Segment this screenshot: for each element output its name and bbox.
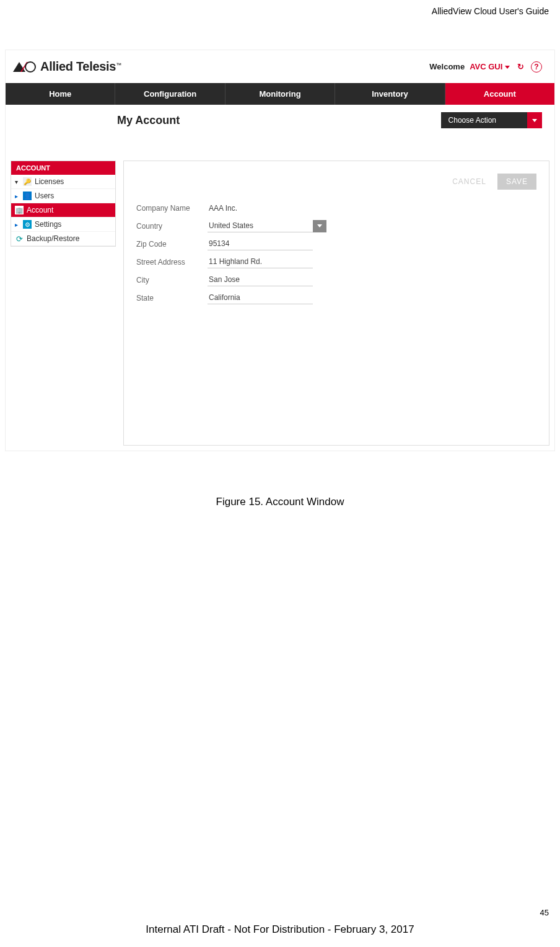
chevron-down-icon <box>317 224 322 227</box>
nav-configuration[interactable]: Configuration <box>115 83 225 105</box>
welcome-user-dropdown[interactable]: AVC GUI <box>470 62 510 71</box>
expand-icon: ▸ <box>15 193 20 200</box>
account-form: Company Name AAA Inc. Country United Sta… <box>136 202 536 304</box>
users-icon: 👤 <box>23 192 32 200</box>
choose-action-arrow <box>527 112 542 128</box>
company-name-label: Company Name <box>136 204 208 213</box>
nav-account[interactable]: Account <box>445 83 554 105</box>
city-field[interactable]: San Jose <box>208 273 313 286</box>
chevron-down-icon <box>532 119 537 122</box>
page-title: My Account <box>117 114 180 127</box>
sidebar-item-account[interactable]: 🏢 Account <box>11 203 115 218</box>
logo: Allied Telesis™ <box>12 59 121 74</box>
action-row: CANCEL SAVE <box>136 174 536 190</box>
choose-action-dropdown[interactable]: Choose Action <box>441 112 542 128</box>
account-icon: 🏢 <box>15 206 24 214</box>
collapse-icon: ▾ <box>15 178 20 185</box>
choose-action-label: Choose Action <box>441 112 527 128</box>
state-label: State <box>136 294 208 302</box>
sidebar-item-users[interactable]: ▸ 👤 Users <box>11 189 115 203</box>
svg-point-0 <box>25 62 35 72</box>
state-field[interactable]: California <box>208 291 313 304</box>
sidebar-item-settings[interactable]: ▸ ⚙ Settings <box>11 218 115 232</box>
country-field[interactable]: United States <box>208 219 313 232</box>
sidebar-header: ACCOUNT <box>11 161 115 175</box>
save-button[interactable]: SAVE <box>497 174 536 190</box>
country-label: Country <box>136 222 208 231</box>
top-bar: Allied Telesis™ Welcome AVC GUI ↻ ? <box>6 50 554 83</box>
backup-icon: ⟳ <box>15 234 24 243</box>
street-field[interactable]: 11 Highland Rd. <box>208 255 313 268</box>
city-label: City <box>136 276 208 284</box>
nav-home[interactable]: Home <box>6 83 115 105</box>
sidebar-item-label: Users <box>35 192 54 200</box>
main-panel: CANCEL SAVE Company Name AAA Inc. Countr… <box>123 161 549 446</box>
figure-caption: Figure 15. Account Window <box>0 496 560 508</box>
logo-text: Allied Telesis <box>40 59 116 73</box>
sub-header: My Account Choose Action <box>6 105 554 136</box>
main-nav: Home Configuration Monitoring Inventory … <box>6 83 554 105</box>
nav-monitoring[interactable]: Monitoring <box>225 83 335 105</box>
caret-down-icon <box>505 66 510 69</box>
help-icon[interactable]: ? <box>531 61 542 73</box>
welcome-user-name: AVC GUI <box>470 62 502 71</box>
nav-inventory[interactable]: Inventory <box>335 83 445 105</box>
page-number: 45 <box>540 908 549 917</box>
footer-text: Internal ATI Draft - Not For Distributio… <box>0 923 560 936</box>
doc-header-title: AlliedView Cloud User's Guide <box>432 6 549 16</box>
expand-icon: ▸ <box>15 221 20 228</box>
sidebar-item-label: Settings <box>35 220 61 229</box>
sidebar-item-label: Backup/Restore <box>27 234 79 243</box>
street-label: Street Address <box>136 258 208 266</box>
zip-label: Zip Code <box>136 240 208 249</box>
welcome-label: Welcome <box>429 62 465 71</box>
zip-field[interactable]: 95134 <box>208 237 313 250</box>
welcome-area: Welcome AVC GUI ↻ ? <box>429 61 542 73</box>
cancel-button[interactable]: CANCEL <box>447 174 491 190</box>
sidebar-item-licenses[interactable]: ▾ 🔑 Licenses <box>11 175 115 189</box>
sidebar-item-label: Account <box>27 206 53 214</box>
content-area: ACCOUNT ▾ 🔑 Licenses ▸ 👤 Users 🏢 Account… <box>6 136 554 451</box>
refresh-icon[interactable]: ↻ <box>515 61 526 73</box>
country-dropdown[interactable] <box>313 220 326 232</box>
settings-icon: ⚙ <box>23 220 32 229</box>
logo-tm: ™ <box>116 62 121 68</box>
sidebar-item-backup-restore[interactable]: ⟳ Backup/Restore <box>11 232 115 246</box>
company-name-field[interactable]: AAA Inc. <box>208 202 313 214</box>
sidebar-item-label: Licenses <box>35 177 64 186</box>
license-icon: 🔑 <box>23 177 32 186</box>
app-screenshot: Allied Telesis™ Welcome AVC GUI ↻ ? Home… <box>5 50 555 451</box>
logo-mark-icon <box>12 61 37 73</box>
sidebar: ACCOUNT ▾ 🔑 Licenses ▸ 👤 Users 🏢 Account… <box>11 161 116 247</box>
